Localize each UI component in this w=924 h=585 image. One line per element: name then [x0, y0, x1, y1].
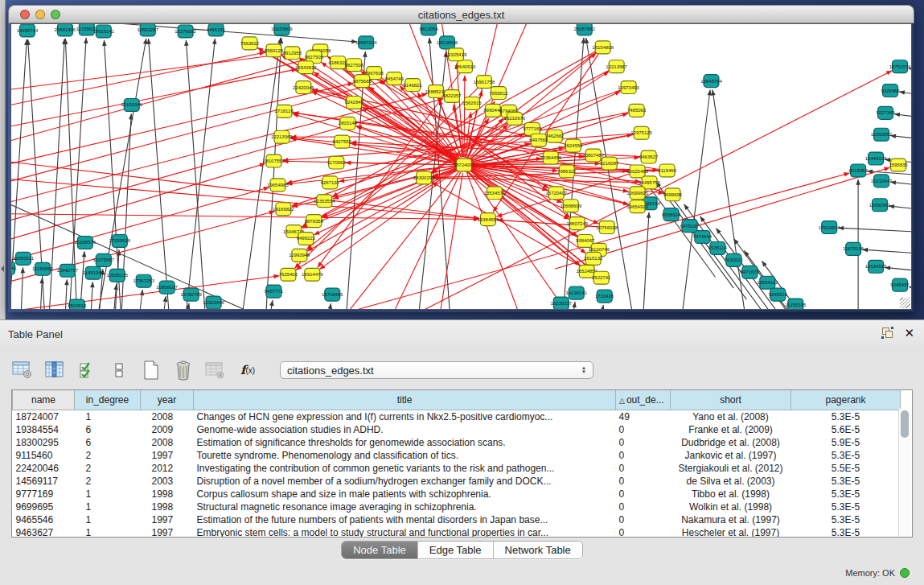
graph-node-label: 19166822 — [273, 207, 294, 212]
table-row[interactable]: 911546021997Tourette syndrome. Phenomeno… — [13, 449, 901, 462]
graph-node-label: 10025488 — [626, 169, 648, 174]
column-header-out-de-[interactable]: △out_de... — [616, 390, 671, 410]
graph-node-label: 8454749 — [385, 76, 405, 81]
table-cell: Nakamura et al. (1997) — [671, 513, 791, 526]
column-header-in-degree[interactable]: in_degree — [75, 390, 141, 410]
network-window[interactable]: citations_edges.txt 14055714208914061891… — [8, 5, 914, 312]
memory-indicator[interactable] — [900, 568, 910, 578]
graph-node-label: 9699695 — [663, 192, 683, 197]
table-cell: Hescheler et al. (1997) — [671, 526, 791, 538]
table-cell: Jankovic et al. (1997) — [671, 449, 791, 462]
graph-node-label: 9329966 — [881, 89, 900, 93]
graph-node-label: 1562615 — [462, 101, 482, 105]
graph-node-label: 3915941 — [11, 266, 17, 270]
column-header-pagerank[interactable]: pagerank — [791, 390, 901, 410]
panel-expand-arrow-icon[interactable] — [1, 266, 4, 272]
window-resize-grip[interactable] — [900, 298, 910, 308]
graph-node-label: 16961758 — [474, 80, 495, 84]
table-cell: 0 — [616, 423, 671, 436]
graph-node-label: 20206576 — [75, 240, 97, 245]
graph-node-label: 15720407 — [545, 191, 567, 196]
graph-node-label: 20153346 — [121, 102, 142, 107]
graph-node-label: 19654985 — [267, 183, 289, 187]
table-cell: 2 — [75, 462, 141, 475]
tab-node-table[interactable]: Node Table — [342, 542, 418, 558]
table-cell: 2012 — [141, 462, 194, 475]
trash-button[interactable] — [172, 359, 195, 381]
graph-node-label: 11451947 — [83, 270, 105, 275]
graph-node-label: 15692951 — [869, 203, 891, 208]
table-cell: 0 — [616, 436, 671, 449]
column-header-year[interactable]: year — [141, 390, 194, 410]
table-cell: Tibbo et al. (1998) — [671, 488, 791, 501]
network-window-titlebar[interactable]: citations_edges.txt — [8, 5, 914, 23]
graph-node-label: 8813054 — [419, 27, 438, 31]
table-cell: Structural magnetic resonance image aver… — [194, 501, 616, 513]
graph-node-label: 9242845 — [345, 100, 364, 105]
table-cell: 1997 — [141, 449, 194, 462]
table-source-select[interactable]: citations_edges.txt ▲▼ — [280, 361, 593, 379]
table-cell: 9465546 — [13, 513, 75, 526]
graph-node-label: 8267130 — [321, 180, 340, 185]
graph-node-label: 9084067 — [576, 238, 595, 243]
column-selector-button[interactable] — [43, 359, 66, 381]
table-row[interactable]: 946554611997Estimation of the future num… — [13, 513, 901, 526]
table-cell: 1997 — [141, 513, 194, 526]
tab-network-table[interactable]: Network Table — [494, 542, 582, 558]
graph-node-label: 1733426 — [595, 294, 614, 299]
table-cell: 6 — [75, 423, 141, 436]
graph-node-label: 10975887 — [92, 257, 114, 262]
table-cell: de Silva et al. (2003) — [671, 475, 791, 488]
network-canvas[interactable]: 1405571420891406189161411065328715276002… — [10, 23, 912, 310]
graph-node-label: 16782759 — [180, 292, 202, 297]
graph-node-label: 19654923 — [626, 204, 648, 209]
table-row[interactable]: 2242004622012Investigating the contribut… — [13, 462, 901, 475]
graph-node-label: 9827508 — [345, 63, 364, 68]
table-cell: Yano et al. (2008) — [671, 410, 791, 424]
graph-node-label: 16210647 — [871, 179, 893, 183]
function-builder-button[interactable]: f(x) — [236, 359, 259, 381]
graph-node-label: 22420046 — [293, 85, 314, 90]
graph-node-label: 16543812 — [295, 65, 317, 70]
table-row[interactable]: 1938455462009Genome-wide association stu… — [13, 423, 901, 436]
column-settings-button[interactable] — [11, 359, 34, 381]
column-header-name[interactable]: name — [13, 390, 75, 410]
table-row[interactable]: 1456911722003Disruption of a novel membe… — [13, 475, 901, 488]
table-row[interactable]: 1830029562008Estimation of significance … — [13, 436, 901, 449]
column-header-short[interactable]: short — [671, 390, 791, 410]
graph-node-label: 12975125 — [630, 130, 652, 135]
graph-node-label: 10688609 — [560, 204, 581, 208]
table-cell: 0 — [616, 449, 671, 462]
graph-node-label: 9115460 — [658, 168, 677, 173]
graph-node-label: 9474444 — [693, 235, 713, 240]
graph-node-label: 2803144 — [339, 121, 358, 126]
float-panel-icon[interactable] — [882, 328, 893, 338]
table-row[interactable]: 977716911998Corpus callosum shape and si… — [13, 488, 901, 501]
table-row[interactable]: 969969511998Structural magnetic resonanc… — [13, 501, 901, 513]
window-title: citations_edges.txt — [9, 9, 914, 21]
table-cell: 1998 — [141, 501, 194, 513]
table-scrollbar[interactable] — [898, 409, 911, 537]
table-cell: Embryonic stem cells: a model to study s… — [194, 526, 616, 538]
rows-button[interactable] — [108, 359, 130, 381]
table-row[interactable]: 946362711997Embryonic stem cells: a mode… — [13, 526, 901, 538]
table-cell: 9115460 — [13, 449, 75, 462]
graph-node-label: 10654112 — [757, 280, 778, 285]
graph-node-label: 17359928 — [109, 238, 130, 243]
network-graph[interactable]: 1405571420891406189161411065328715276002… — [11, 24, 911, 309]
table-cell: 1 — [75, 513, 141, 526]
graph-node-label: 15276002 — [175, 29, 196, 34]
column-header-title[interactable]: title — [194, 390, 616, 410]
graph-node-label: 15751074 — [889, 64, 911, 69]
table-scrollbar-thumb[interactable] — [901, 410, 909, 438]
control-panel-collapsed-strip[interactable] — [0, 0, 6, 319]
graph-node-label: 1170062 — [327, 160, 347, 165]
graph-node-label: 8216087 — [600, 161, 619, 166]
tab-edge-table[interactable]: Edge Table — [418, 542, 494, 558]
close-panel-icon[interactable]: ✕ — [904, 328, 914, 338]
new-document-button[interactable] — [140, 359, 162, 381]
row-checkmarks-button[interactable] — [76, 359, 98, 381]
table-row[interactable]: 1872400712008Changes of HCN gene express… — [13, 410, 901, 424]
table-cell: 1 — [75, 488, 141, 501]
graph-node-label: 9827505 — [305, 55, 324, 60]
